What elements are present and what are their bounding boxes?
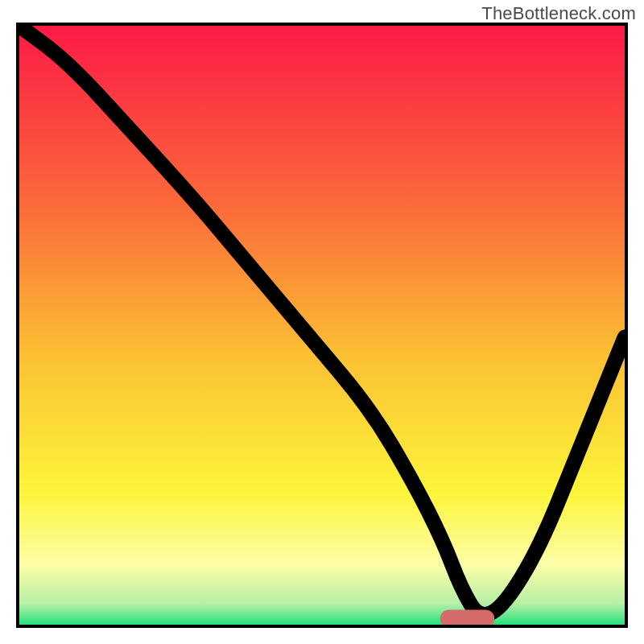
minimum-marker: [443, 613, 491, 625]
bottleneck-chart: [19, 26, 625, 625]
plot-frame: [16, 23, 628, 628]
watermark-text: TheBottleneck.com: [481, 3, 636, 24]
